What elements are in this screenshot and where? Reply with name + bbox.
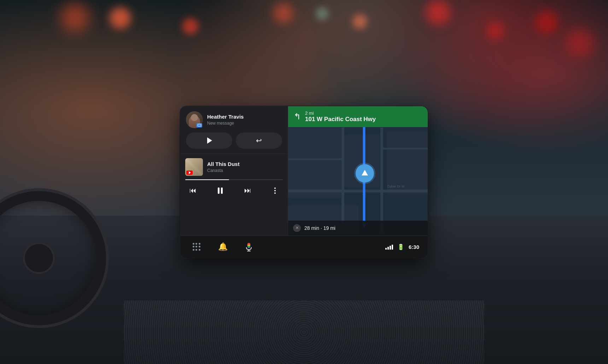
nav-distance: 2 mi xyxy=(305,111,376,116)
pause-bar-left xyxy=(218,187,220,194)
bokeh-light xyxy=(316,7,328,20)
more-dot xyxy=(274,190,276,191)
display-content: Heather Travis New message ↩ xyxy=(180,106,428,235)
notification-card[interactable]: Heather Travis New message ↩ xyxy=(180,106,288,154)
bell-icon: 🔔 xyxy=(218,242,228,251)
skip-forward-icon: ⏭ xyxy=(244,186,251,195)
more-dot xyxy=(274,192,276,194)
signal-bar-1 xyxy=(385,248,387,250)
music-header: All This Dust Canasta xyxy=(185,158,283,176)
close-navigation-button[interactable]: ✕ xyxy=(293,224,301,232)
signal-strength-icon xyxy=(385,244,393,250)
battery-icon: 🔋 xyxy=(397,244,404,250)
reply-icon: ↩ xyxy=(256,136,262,145)
turn-left-icon: ↰ xyxy=(294,112,301,121)
location-outer xyxy=(356,164,374,183)
bokeh-light xyxy=(61,4,89,32)
grid-dot xyxy=(195,249,197,251)
notification-text: Heather Travis New message xyxy=(207,114,244,126)
android-auto-display: Heather Travis New message ↩ xyxy=(180,106,428,258)
steering-wheel-area xyxy=(0,159,148,336)
message-badge-icon xyxy=(197,123,202,127)
bottom-nav-bar: 🔔 xyxy=(180,235,428,258)
message-type: New message xyxy=(207,121,244,126)
more-dots-icon xyxy=(274,187,276,194)
location-indicator xyxy=(356,164,374,183)
bokeh-light xyxy=(353,14,367,29)
steering-wheel xyxy=(0,191,106,325)
map-panel[interactable]: Culver Dr W ↰ 2 mi 101 W xyxy=(288,106,428,235)
youtube-badge xyxy=(186,171,193,175)
status-area: 🔋 6:30 xyxy=(385,244,419,250)
grid-dot xyxy=(199,246,200,247)
notification-header: Heather Travis New message xyxy=(186,111,282,128)
bokeh-light xyxy=(274,4,293,23)
left-panel: Heather Travis New message ↩ xyxy=(180,106,288,235)
music-controls: ⏮ ⏭ xyxy=(185,184,283,197)
bokeh-light xyxy=(110,7,131,29)
album-art xyxy=(185,158,203,176)
pause-icon xyxy=(218,187,223,194)
more-dot xyxy=(274,187,276,189)
progress-fill xyxy=(185,179,229,180)
song-title: All This Dust xyxy=(207,161,240,167)
voice-button[interactable] xyxy=(241,239,257,255)
bokeh-light xyxy=(566,29,594,57)
svg-rect-1 xyxy=(288,127,341,198)
grid-dot xyxy=(193,249,194,251)
nav-road-name: 101 W Pacific Coast Hwy xyxy=(305,116,376,123)
grid-dot xyxy=(195,243,197,245)
grid-dot xyxy=(193,246,194,247)
eta-bar: ✕ 28 min · 19 mi xyxy=(288,221,428,235)
pause-button[interactable] xyxy=(214,184,227,197)
grid-dot xyxy=(195,246,197,247)
action-buttons: ↩ xyxy=(186,132,282,149)
apps-grid-icon xyxy=(193,243,200,251)
pause-bar-right xyxy=(221,187,223,194)
nav-direction: ↰ 2 mi 101 W Pacific Coast Hwy xyxy=(294,111,422,123)
clock-display: 6:30 xyxy=(409,244,419,250)
message-icon xyxy=(198,124,201,126)
more-options-button[interactable] xyxy=(269,184,281,197)
grid-dot xyxy=(199,249,200,251)
bokeh-light xyxy=(182,18,198,34)
skip-forward-button[interactable]: ⏭ xyxy=(241,184,254,197)
signal-bar-2 xyxy=(387,247,389,250)
nav-info: 2 mi 101 W Pacific Coast Hwy xyxy=(305,111,376,123)
music-info: All This Dust Canasta xyxy=(207,161,240,173)
svg-text:Culver Dr W: Culver Dr W xyxy=(387,185,405,188)
navigation-arrow-wrapper xyxy=(362,170,368,177)
notifications-button[interactable]: 🔔 xyxy=(215,239,230,255)
skip-back-icon: ⏮ xyxy=(189,186,197,195)
progress-bar[interactable] xyxy=(185,179,283,180)
grid-dot xyxy=(193,243,194,245)
navigation-banner: ↰ 2 mi 101 W Pacific Coast Hwy xyxy=(288,106,428,127)
artist-name: Canasta xyxy=(207,168,240,173)
nav-left-buttons: 🔔 xyxy=(189,239,257,255)
speaker-grille xyxy=(124,300,484,364)
apps-button[interactable] xyxy=(189,239,204,255)
avatar-wrapper xyxy=(186,111,203,128)
play-icon xyxy=(207,137,212,144)
music-card[interactable]: All This Dust Canasta ⏮ xyxy=(180,154,288,235)
signal-bar-4 xyxy=(392,245,393,250)
play-message-button[interactable] xyxy=(186,132,232,149)
contact-name: Heather Travis xyxy=(207,114,244,120)
signal-bar-3 xyxy=(390,246,391,250)
youtube-play-icon xyxy=(189,171,191,174)
bokeh-light xyxy=(426,0,450,25)
skip-back-button[interactable]: ⏮ xyxy=(187,184,199,197)
navigation-arrow-icon xyxy=(362,170,368,175)
bokeh-light xyxy=(486,22,504,40)
grid-dot xyxy=(199,243,200,245)
eta-text: 28 min · 19 mi xyxy=(304,225,335,231)
reply-message-button[interactable]: ↩ xyxy=(236,132,282,149)
bokeh-light xyxy=(535,11,558,34)
microphone-icon xyxy=(244,242,254,252)
svg-rect-16 xyxy=(247,246,250,247)
